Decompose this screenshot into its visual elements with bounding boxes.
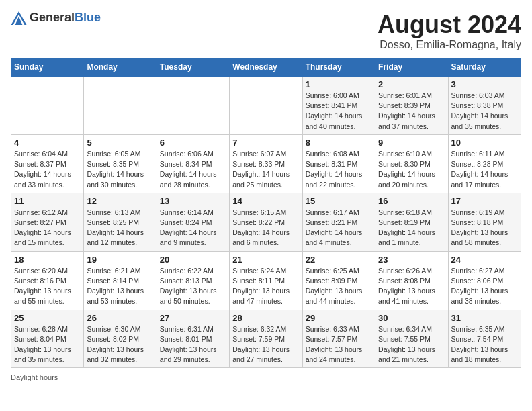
- table-row: 16Sunrise: 6:18 AMSunset: 8:19 PMDayligh…: [375, 193, 448, 251]
- calendar-table: Sunday Monday Tuesday Wednesday Thursday…: [11, 58, 521, 368]
- table-row: [230, 77, 302, 135]
- table-row: 11Sunrise: 6:12 AMSunset: 8:27 PMDayligh…: [11, 193, 84, 251]
- page-header: GeneralBlue August 2024 Dosso, Emilia-Ro…: [11, 11, 521, 51]
- table-row: 30Sunrise: 6:34 AMSunset: 7:55 PMDayligh…: [375, 310, 448, 368]
- table-row: 28Sunrise: 6:32 AMSunset: 7:59 PMDayligh…: [230, 310, 302, 368]
- day-number: 5: [87, 138, 153, 148]
- header-saturday: Saturday: [448, 58, 521, 77]
- day-number: 16: [378, 196, 445, 206]
- day-info: Sunrise: 6:01 AMSunset: 8:39 PMDaylight:…: [378, 91, 445, 132]
- table-row: [84, 77, 157, 135]
- table-row: 22Sunrise: 6:25 AMSunset: 8:09 PMDayligh…: [302, 251, 375, 310]
- day-info: Sunrise: 6:13 AMSunset: 8:25 PMDaylight:…: [87, 208, 153, 248]
- day-number: 23: [378, 255, 445, 265]
- footer-note: Daylight hours: [11, 373, 521, 381]
- weekday-header-row: Sunday Monday Tuesday Wednesday Thursday…: [11, 58, 521, 77]
- logo-icon: [11, 11, 27, 25]
- day-number: 18: [14, 255, 81, 265]
- day-info: Sunrise: 6:26 AMSunset: 8:08 PMDaylight:…: [378, 266, 445, 307]
- header-tuesday: Tuesday: [157, 58, 229, 77]
- day-number: 9: [378, 138, 445, 148]
- table-row: 31Sunrise: 6:35 AMSunset: 7:54 PMDayligh…: [448, 310, 521, 368]
- table-row: 7Sunrise: 6:07 AMSunset: 8:33 PMDaylight…: [230, 134, 302, 193]
- day-info: Sunrise: 6:28 AMSunset: 8:04 PMDaylight:…: [14, 324, 81, 365]
- table-row: 17Sunrise: 6:19 AMSunset: 8:18 PMDayligh…: [448, 193, 521, 251]
- table-row: 18Sunrise: 6:20 AMSunset: 8:16 PMDayligh…: [11, 251, 84, 310]
- day-info: Sunrise: 6:33 AMSunset: 7:57 PMDaylight:…: [306, 324, 372, 365]
- day-number: 13: [160, 196, 226, 206]
- day-info: Sunrise: 6:05 AMSunset: 8:35 PMDaylight:…: [87, 149, 153, 190]
- day-info: Sunrise: 6:32 AMSunset: 7:59 PMDaylight:…: [232, 324, 299, 365]
- day-info: Sunrise: 6:31 AMSunset: 8:01 PMDaylight:…: [160, 324, 226, 365]
- day-info: Sunrise: 6:11 AMSunset: 8:28 PMDaylight:…: [451, 149, 518, 190]
- day-info: Sunrise: 6:25 AMSunset: 8:09 PMDaylight:…: [306, 266, 372, 307]
- day-number: 27: [160, 313, 226, 323]
- day-number: 21: [232, 255, 299, 265]
- day-number: 11: [14, 196, 81, 206]
- table-row: 24Sunrise: 6:27 AMSunset: 8:06 PMDayligh…: [448, 251, 521, 310]
- table-row: 27Sunrise: 6:31 AMSunset: 8:01 PMDayligh…: [157, 310, 229, 368]
- table-row: 1Sunrise: 6:00 AMSunset: 8:41 PMDaylight…: [302, 77, 375, 135]
- table-row: 9Sunrise: 6:10 AMSunset: 8:30 PMDaylight…: [375, 134, 448, 193]
- day-info: Sunrise: 6:14 AMSunset: 8:24 PMDaylight:…: [160, 208, 226, 248]
- day-info: Sunrise: 6:12 AMSunset: 8:27 PMDaylight:…: [14, 208, 81, 248]
- table-row: [157, 77, 229, 135]
- title-area: August 2024 Dosso, Emilia-Romagna, Italy: [378, 11, 521, 51]
- logo: GeneralBlue: [11, 11, 101, 25]
- day-info: Sunrise: 6:17 AMSunset: 8:21 PMDaylight:…: [306, 208, 372, 248]
- table-row: 10Sunrise: 6:11 AMSunset: 8:28 PMDayligh…: [448, 134, 521, 193]
- day-info: Sunrise: 6:04 AMSunset: 8:37 PMDaylight:…: [14, 149, 81, 190]
- table-row: 25Sunrise: 6:28 AMSunset: 8:04 PMDayligh…: [11, 310, 84, 368]
- table-row: 13Sunrise: 6:14 AMSunset: 8:24 PMDayligh…: [157, 193, 229, 251]
- header-friday: Friday: [375, 58, 448, 77]
- day-info: Sunrise: 6:22 AMSunset: 8:13 PMDaylight:…: [160, 266, 226, 307]
- location-subtitle: Dosso, Emilia-Romagna, Italy: [378, 39, 521, 51]
- day-info: Sunrise: 6:18 AMSunset: 8:19 PMDaylight:…: [378, 208, 445, 248]
- calendar-week-row: 1Sunrise: 6:00 AMSunset: 8:41 PMDaylight…: [11, 77, 521, 135]
- day-number: 1: [306, 79, 372, 89]
- calendar-week-row: 11Sunrise: 6:12 AMSunset: 8:27 PMDayligh…: [11, 193, 521, 251]
- day-info: Sunrise: 6:19 AMSunset: 8:18 PMDaylight:…: [451, 208, 518, 248]
- day-number: 29: [306, 313, 372, 323]
- day-info: Sunrise: 6:15 AMSunset: 8:22 PMDaylight:…: [232, 208, 299, 248]
- table-row: 4Sunrise: 6:04 AMSunset: 8:37 PMDaylight…: [11, 134, 84, 193]
- day-number: 30: [378, 313, 445, 323]
- table-row: 29Sunrise: 6:33 AMSunset: 7:57 PMDayligh…: [302, 310, 375, 368]
- day-info: Sunrise: 6:07 AMSunset: 8:33 PMDaylight:…: [232, 149, 299, 190]
- table-row: 21Sunrise: 6:24 AMSunset: 8:11 PMDayligh…: [230, 251, 302, 310]
- header-monday: Monday: [84, 58, 157, 77]
- calendar-week-row: 4Sunrise: 6:04 AMSunset: 8:37 PMDaylight…: [11, 134, 521, 193]
- day-number: 7: [232, 138, 299, 148]
- day-info: Sunrise: 6:10 AMSunset: 8:30 PMDaylight:…: [378, 149, 445, 190]
- table-row: 3Sunrise: 6:03 AMSunset: 8:38 PMDaylight…: [448, 77, 521, 135]
- day-number: 20: [160, 255, 226, 265]
- day-info: Sunrise: 6:03 AMSunset: 8:38 PMDaylight:…: [451, 91, 518, 132]
- table-row: 26Sunrise: 6:30 AMSunset: 8:02 PMDayligh…: [84, 310, 157, 368]
- month-title: August 2024: [378, 11, 521, 39]
- table-row: [11, 77, 84, 135]
- table-row: 20Sunrise: 6:22 AMSunset: 8:13 PMDayligh…: [157, 251, 229, 310]
- day-info: Sunrise: 6:06 AMSunset: 8:34 PMDaylight:…: [160, 149, 226, 190]
- table-row: 14Sunrise: 6:15 AMSunset: 8:22 PMDayligh…: [230, 193, 302, 251]
- day-info: Sunrise: 6:34 AMSunset: 7:55 PMDaylight:…: [378, 324, 445, 365]
- table-row: 23Sunrise: 6:26 AMSunset: 8:08 PMDayligh…: [375, 251, 448, 310]
- header-wednesday: Wednesday: [230, 58, 302, 77]
- day-number: 22: [306, 255, 372, 265]
- table-row: 15Sunrise: 6:17 AMSunset: 8:21 PMDayligh…: [302, 193, 375, 251]
- calendar-week-row: 18Sunrise: 6:20 AMSunset: 8:16 PMDayligh…: [11, 251, 521, 310]
- logo-blue: Blue: [75, 11, 101, 24]
- day-info: Sunrise: 6:08 AMSunset: 8:31 PMDaylight:…: [306, 149, 372, 190]
- table-row: 2Sunrise: 6:01 AMSunset: 8:39 PMDaylight…: [375, 77, 448, 135]
- day-number: 19: [87, 255, 153, 265]
- day-info: Sunrise: 6:30 AMSunset: 8:02 PMDaylight:…: [87, 324, 153, 365]
- day-number: 3: [451, 79, 518, 89]
- day-number: 4: [14, 138, 81, 148]
- day-info: Sunrise: 6:27 AMSunset: 8:06 PMDaylight:…: [451, 266, 518, 307]
- header-thursday: Thursday: [302, 58, 375, 77]
- table-row: 5Sunrise: 6:05 AMSunset: 8:35 PMDaylight…: [84, 134, 157, 193]
- table-row: 12Sunrise: 6:13 AMSunset: 8:25 PMDayligh…: [84, 193, 157, 251]
- day-number: 24: [451, 255, 518, 265]
- day-number: 17: [451, 196, 518, 206]
- table-row: 19Sunrise: 6:21 AMSunset: 8:14 PMDayligh…: [84, 251, 157, 310]
- day-number: 14: [232, 196, 299, 206]
